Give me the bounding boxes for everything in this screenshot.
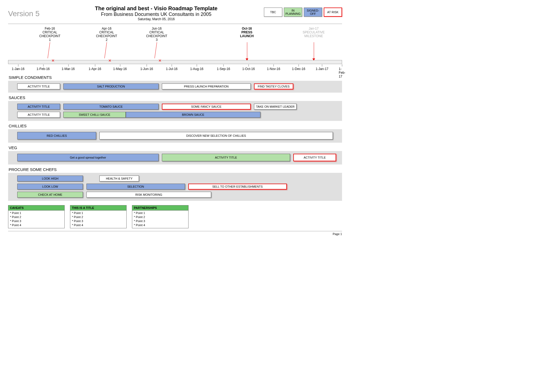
activity-bar[interactable]: SWEET CHILLI SAUCE — [63, 112, 126, 118]
lane-title: VEG — [9, 145, 342, 150]
header: Version 5 The original and best - Visio … — [8, 5, 342, 24]
activity-bar[interactable]: BROWN SAUCE — [126, 112, 260, 118]
activity-bar[interactable]: TOMATO SAUCE — [63, 104, 159, 110]
legend-planning: IN PLANNING — [284, 8, 302, 17]
x-marker-icon: ✕ — [158, 58, 162, 63]
footer-point: * Point 3 — [72, 219, 125, 223]
time-bar — [8, 60, 342, 64]
footer-boxes: CAVEATS* Point 1* Point 2* Point 3* Poin… — [8, 205, 342, 228]
footer-box-body: * Point 1* Point 2* Point 3* Point 4 — [70, 211, 126, 228]
activity-bar[interactable]: ACTIVITY TITLE — [17, 112, 60, 118]
main-title: The original and best - Visio Roadmap Te… — [48, 5, 264, 12]
footer-box: PARTNERSHIPS* Point 1* Point 2* Point 3*… — [132, 205, 189, 228]
legend-signed: SIGNED-OFF — [304, 8, 322, 17]
activity-bar[interactable]: ACTIVITY TITLE — [293, 154, 336, 161]
lane-body: RED CHILLIESDISCOVER NEW SELECTION OF CH… — [8, 129, 342, 143]
tick-row: 1-Jan-161-Feb-161-Mar-161-Apr-161-May-16… — [8, 65, 342, 73]
lane-title: PROCURE SOME CHEFS — [9, 167, 342, 172]
activity-bar[interactable]: ACTIVITY TITLE — [17, 83, 60, 89]
version-label: Version 5 — [8, 5, 48, 18]
tick-label: 1-Jan-17 — [316, 67, 328, 71]
activity-bar[interactable]: DISCOVER NEW SELECTION OF CHILLIES — [99, 132, 333, 139]
footer-point: * Point 2 — [72, 215, 125, 219]
footer-point: * Point 3 — [134, 219, 187, 223]
footer-point: * Point 1 — [134, 211, 187, 215]
header-date: Saturday, March 05, 2016 — [48, 17, 264, 21]
footer-point: * Point 4 — [134, 223, 187, 227]
legend-risk: AT RISK — [324, 8, 342, 17]
timeline: 1-Jan-161-Feb-161-Mar-161-Apr-161-May-16… — [8, 27, 342, 72]
x-marker-icon: ✕ — [108, 58, 112, 63]
tick-label: 1-Feb-17 — [339, 67, 346, 78]
activity-bar[interactable]: LOOK HIGH — [17, 176, 83, 181]
milestone: Jun-16CRITICALCHECKPOINT3 — [141, 27, 173, 42]
footer-box-body: * Point 1* Point 2* Point 3* Point 4 — [8, 211, 64, 228]
swimlane: CHILLIESRED CHILLIESDISCOVER NEW SELECTI… — [8, 124, 342, 143]
sub-title: From Business Documents UK Consultants i… — [48, 12, 264, 17]
activity-bar[interactable]: CHECK AT HOME — [17, 192, 83, 198]
lane-row: CHECK AT HOMERISK MONITORING — [11, 192, 339, 198]
footer-box-body: * Point 1* Point 2* Point 3* Point 4 — [132, 211, 188, 228]
footer-point: * Point 3 — [10, 219, 63, 223]
lane-row: LOOK HIGHHEALTH & SAFETY — [11, 176, 339, 182]
activity-bar[interactable]: SOME FANCY SAUCE — [162, 104, 250, 110]
footer-point: * Point 4 — [10, 223, 63, 227]
tick-label: 1-May-16 — [113, 67, 127, 71]
swimlane: SAUCESACTIVITY TITLETOMATO SAUCESOME FAN… — [8, 95, 342, 121]
milestone: Oct-16PRESSLAUNCH — [231, 27, 263, 38]
arrow-marker-icon — [246, 58, 248, 61]
tick-label: 1-Mar-16 — [62, 67, 75, 71]
lane-title: SIMPLE CONDIMENTS — [9, 75, 342, 80]
activity-bar[interactable]: TAKE ON MARKET LEADER — [254, 104, 297, 110]
tick-label: 1-Feb-16 — [37, 67, 50, 71]
swimlanes: SIMPLE CONDIMENTSACTIVITY TITLESALT PROD… — [8, 75, 342, 201]
arrow-marker-icon — [312, 58, 315, 61]
activity-bar[interactable]: Get a good spread together — [17, 154, 159, 161]
milestone: Jan-17SPECULATIVEMILESTONE — [298, 27, 330, 38]
activity-bar[interactable]: ACTIVITY TITLE — [162, 154, 290, 161]
page-number: Page 1 — [8, 231, 342, 236]
lane-row: ACTIVITY TITLETOMATO SAUCESOME FANCY SAU… — [11, 104, 339, 110]
activity-bar[interactable]: LOOK LOW — [17, 184, 83, 190]
lane-body: LOOK HIGHHEALTH & SAFETYLOOK LOWSELECTIO… — [8, 173, 342, 201]
tick-label: 1-Sep-16 — [217, 67, 230, 71]
footer-point: * Point 1 — [72, 211, 125, 215]
lane-body: ACTIVITY TITLESALT PRODUCTIONPRESS LAUNC… — [8, 81, 342, 93]
swimlane: SIMPLE CONDIMENTSACTIVITY TITLESALT PROD… — [8, 75, 342, 93]
milestone: Apr-16CRITICALCHECKPOINT2 — [90, 27, 123, 42]
footer-box-title: THIS IS A TITLE — [70, 205, 126, 211]
lane-row: ACTIVITY TITLESWEET CHILLI SAUCEBROWN SA… — [11, 112, 339, 118]
activity-bar[interactable]: HEALTH & SAFETY — [99, 176, 139, 181]
lane-row: RED CHILLIESDISCOVER NEW SELECTION OF CH… — [11, 132, 339, 140]
tick-label: 1-Jul-16 — [166, 67, 177, 71]
footer-box: THIS IS A TITLE* Point 1* Point 2* Point… — [70, 205, 127, 228]
lane-title: SAUCES — [9, 95, 342, 100]
tick-label: 1-Oct-16 — [242, 67, 255, 71]
tick-label: 1-Dec-16 — [292, 67, 305, 71]
lane-row: Get a good spread togetherACTIVITY TITLE… — [11, 154, 339, 162]
swimlane: VEGGet a good spread togetherACTIVITY TI… — [8, 145, 342, 164]
footer-box-title: CAVEATS — [8, 205, 64, 211]
activity-bar[interactable]: ACTIVITY TITLE — [17, 104, 60, 110]
activity-bar[interactable]: RISK MONITORING — [86, 192, 211, 198]
footer-box-title: PARTNERSHIPS — [132, 205, 188, 211]
legend-tbc: TBC — [264, 8, 282, 17]
activity-bar[interactable]: SELL TO OTHER ESTABLISHMENTS — [188, 184, 287, 190]
footer-point: * Point 4 — [72, 223, 125, 227]
footer-box: CAVEATS* Point 1* Point 2* Point 3* Poin… — [8, 205, 65, 228]
lane-row: ACTIVITY TITLESALT PRODUCTIONPRESS LAUNC… — [11, 83, 339, 90]
tick-label: 1-Nov-16 — [267, 67, 280, 71]
tick-label: 1-Jan-16 — [12, 67, 25, 71]
tick-label: 1-Aug-16 — [190, 67, 203, 71]
tick-label: 1-Apr-16 — [89, 67, 101, 71]
activity-bar[interactable]: PRESS LAUNCH PREPARATION — [162, 83, 250, 89]
lane-body: Get a good spread togetherACTIVITY TITLE… — [8, 151, 342, 164]
x-marker-icon: ✕ — [51, 58, 55, 63]
activity-bar[interactable]: FIND TASTEY CLOVES — [254, 83, 293, 89]
activity-bar[interactable]: RED CHILLIES — [17, 132, 96, 139]
milestone: Feb-16CRITICALCHECKPOINT1 — [34, 27, 66, 42]
legend: TBC IN PLANNING SIGNED-OFF AT RISK — [264, 5, 342, 17]
activity-bar[interactable]: SELECTION — [86, 184, 185, 190]
activity-bar[interactable]: SALT PRODUCTION — [63, 83, 159, 89]
swimlane: PROCURE SOME CHEFSLOOK HIGHHEALTH & SAFE… — [8, 167, 342, 201]
